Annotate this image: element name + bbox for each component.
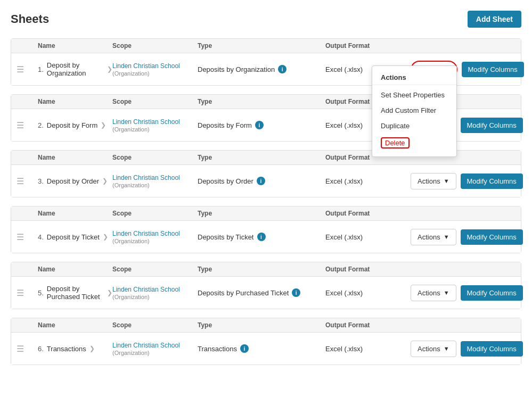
dropdown-item-set-sheet-properties[interactable]: Set Sheet Properties <box>372 87 456 103</box>
col-name-label: Name <box>17 210 112 217</box>
drag-handle-3[interactable]: ☰ <box>17 176 38 186</box>
col-actions-label <box>411 42 515 49</box>
chevron-right-icon: ❯ <box>107 289 112 296</box>
sheet-name-text-3: Deposit by Order <box>47 177 99 185</box>
sheet-data-row-6: ☰ 6. Transactions ❯ Linden Christian Sch… <box>11 333 521 365</box>
sheet-data-row-3: ☰ 3. Deposit by Order ❯ Linden Christian… <box>11 165 521 197</box>
chevron-right-icon: ❯ <box>102 177 108 185</box>
type-col-2: Deposits by Form i <box>198 121 325 129</box>
col-scope-label: Scope <box>112 42 198 49</box>
col-output-label: Output Format <box>325 210 411 217</box>
col-output-label: Output Format <box>325 42 411 49</box>
sheet-name-text-1: Deposit by Organization <box>47 61 104 77</box>
col-name-label: Name <box>17 42 112 49</box>
sheet-table-header-1: Name Scope Type Output Format <box>11 39 521 53</box>
drag-handle-1[interactable]: ☰ <box>17 64 38 75</box>
col-type-label: Type <box>198 98 325 105</box>
scope-sub-4: (Organization) <box>112 238 198 244</box>
sheet-name-text-4: Deposit by Ticket <box>47 233 100 241</box>
col-actions-label <box>411 210 515 217</box>
col-scope-label: Scope <box>112 321 198 329</box>
drag-handle-5[interactable]: ☰ <box>17 288 38 298</box>
actions-button-6[interactable]: Actions ▼ <box>411 341 456 357</box>
col-type-label: Type <box>198 210 325 217</box>
col-scope-label: Scope <box>112 154 198 161</box>
col-name-label: Name <box>17 154 112 161</box>
chevron-down-icon-3: ▼ <box>444 178 449 184</box>
col-actions-label <box>411 321 515 329</box>
modify-columns-button-1[interactable]: Modify Columns <box>462 62 524 77</box>
col-scope-label: Scope <box>112 98 198 105</box>
actions-area-5: Actions ▼ Modify Columns <box>411 285 523 301</box>
drag-handle-4[interactable]: ☰ <box>17 232 38 242</box>
drag-handle-2[interactable]: ☰ <box>17 120 38 130</box>
col-type-label: Type <box>198 321 325 329</box>
modify-columns-button-2[interactable]: Modify Columns <box>461 118 523 133</box>
row-number-1: 1. <box>38 65 44 73</box>
type-text-6: Transactions <box>198 345 237 353</box>
sheet-data-row-5: ☰ 5. Deposit by Purchased Ticket ❯ Linde… <box>11 277 521 309</box>
modify-columns-button-3[interactable]: Modify Columns <box>461 173 523 189</box>
modify-columns-button-6[interactable]: Modify Columns <box>461 341 523 357</box>
dropdown-item-delete[interactable]: Delete <box>372 134 456 152</box>
add-sheet-button[interactable]: Add Sheet <box>468 11 521 28</box>
modify-columns-button-4[interactable]: Modify Columns <box>461 229 523 245</box>
sheet-name-text-6: Transactions <box>47 345 86 353</box>
chevron-right-icon: ❯ <box>103 233 108 241</box>
scope-sub-1: (Organization) <box>112 70 198 77</box>
delete-label: Delete <box>381 137 410 148</box>
dropdown-item-add-custom-filter[interactable]: Add Custom Filter <box>372 103 456 118</box>
scope-label-1: Linden Christian School <box>112 62 198 71</box>
scope-col-2: Linden Christian School (Organization) <box>112 118 198 133</box>
chevron-down-icon-6: ▼ <box>444 345 449 352</box>
chevron-right-icon: ❯ <box>107 65 112 73</box>
col-name-label: Name <box>17 98 112 105</box>
sheet-name-6: 6. Transactions ❯ <box>38 345 112 353</box>
modify-columns-button-5[interactable]: Modify Columns <box>461 285 523 301</box>
actions-button-3[interactable]: Actions ▼ <box>411 173 456 189</box>
col-type-label: Type <box>198 154 325 161</box>
dropdown-title: Actions <box>372 70 456 85</box>
col-output-label: Output Format <box>325 266 411 273</box>
row-number-4: 4. <box>38 233 44 241</box>
scope-col-1: Linden Christian School (Organization) <box>112 62 198 77</box>
type-col-4: Deposits by Ticket i <box>198 233 325 241</box>
sheet-block-6: Name Scope Type Output Format ☰ 6. Trans… <box>11 318 521 365</box>
page-header: Sheets Add Sheet <box>11 11 521 28</box>
sheet-name-4: 4. Deposit by Ticket ❯ <box>38 233 112 241</box>
info-icon-2[interactable]: i <box>255 121 264 129</box>
scope-col-5: Linden Christian School (Organization) <box>112 285 198 301</box>
sheet-table-header-6: Name Scope Type Output Format <box>11 318 521 333</box>
scope-label-5: Linden Christian School <box>112 285 198 294</box>
info-icon-3[interactable]: i <box>257 177 265 185</box>
scope-col-4: Linden Christian School (Organization) <box>112 229 198 245</box>
sheet-name-text-5: Deposit by Purchased Ticket <box>47 285 104 301</box>
dropdown-item-duplicate[interactable]: Duplicate <box>372 118 456 134</box>
drag-handle-6[interactable]: ☰ <box>17 344 38 354</box>
chevron-right-icon: ❯ <box>89 345 95 352</box>
actions-button-4[interactable]: Actions ▼ <box>411 229 456 245</box>
info-icon-5[interactable]: i <box>292 288 300 297</box>
col-name-label: Name <box>17 266 112 273</box>
type-text-4: Deposits by Ticket <box>198 233 254 241</box>
info-icon-6[interactable]: i <box>240 344 249 353</box>
col-type-label: Type <box>198 266 325 273</box>
info-icon-1[interactable]: i <box>278 65 287 73</box>
sheets-container: Name Scope Type Output Format ☰ 1. Depos… <box>11 38 521 365</box>
actions-area-6: Actions ▼ Modify Columns <box>411 341 523 357</box>
scope-col-3: Linden Christian School (Organization) <box>112 173 198 189</box>
actions-button-5[interactable]: Actions ▼ <box>411 285 456 301</box>
chevron-down-icon-4: ▼ <box>444 234 449 240</box>
type-text-5: Deposits by Purchased Ticket <box>198 289 289 297</box>
sheet-block-1: Name Scope Type Output Format ☰ 1. Depos… <box>11 38 521 86</box>
info-icon-4[interactable]: i <box>257 233 266 241</box>
type-text-2: Deposits by Form <box>198 121 252 129</box>
output-col-6: Excel (.xlsx) <box>325 345 411 353</box>
actions-area-3: Actions ▼ Modify Columns <box>411 173 523 189</box>
type-col-1: Deposits by Organization i <box>198 65 325 73</box>
scope-sub-6: (Organization) <box>112 350 198 356</box>
row-number-3: 3. <box>38 177 44 185</box>
chevron-right-icon: ❯ <box>101 121 106 129</box>
actions-dropdown-1: ActionsSet Sheet PropertiesAdd Custom Fi… <box>372 65 457 157</box>
col-actions-label <box>411 266 515 273</box>
